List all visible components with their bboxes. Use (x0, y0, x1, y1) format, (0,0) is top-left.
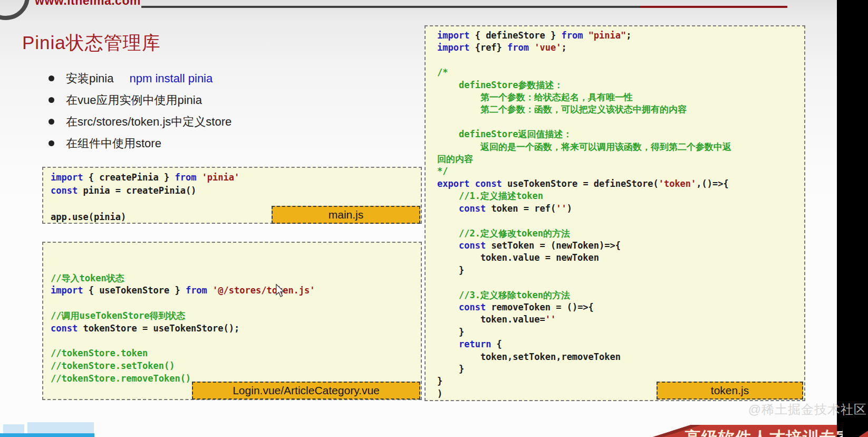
file-label-text: Login.vue/ArticleCategory.vue (233, 384, 380, 397)
bullet-define-store: 在src/stores/token.js中定义store (49, 114, 232, 130)
file-label-token-js: token.js (657, 382, 803, 400)
bullet-use-store: 在组件中使用store (49, 136, 161, 151)
file-label-text: token.js (711, 384, 749, 397)
bullet-command: npm install pinia (129, 72, 213, 85)
file-label-text: main.js (329, 208, 364, 221)
code-block-component: //导入token状态import { useTokenStore } from… (42, 242, 422, 400)
site-url: www.itheima.com (35, 0, 141, 8)
watermark: @稀土掘金技术社区 (748, 401, 867, 418)
bullet-use-pinia: 在vue应用实例中使用pinia (49, 92, 202, 108)
bullet-dot-icon (49, 75, 54, 81)
header-rule-gray (141, 6, 640, 8)
bullet-dot-icon (49, 97, 54, 103)
file-label-component: Login.vue/ArticleCategory.vue (192, 382, 420, 400)
mouse-cursor-icon (275, 284, 285, 300)
bullet-dot-icon (49, 140, 54, 146)
code-content: //导入token状态import { useTokenStore } from… (43, 243, 421, 385)
bullet-label: 在src/stores/token.js中定义store (66, 115, 232, 128)
taskbar-strip (0, 433, 94, 437)
page-title: Pinia状态管理库 (22, 31, 161, 55)
bullet-dot-icon (49, 119, 54, 125)
bullet-label: 在vue应用实例中使用pinia (66, 93, 202, 107)
slide: www.itheima.com Pinia状态管理库 安装pinianpm in… (0, 0, 868, 437)
file-label-main-js: main.js (272, 206, 420, 224)
code-block-token-js: import { defineStore } from "pinia";impo… (425, 25, 805, 401)
letterbox-strip (837, 0, 868, 437)
bullet-label: 安装pinia (66, 72, 113, 85)
banner-slogan: 高级软件人才培训专家 (684, 427, 843, 437)
itheima-logo-icon (0, 0, 30, 20)
header-rule-red (640, 6, 787, 8)
code-content: import { defineStore } from "pinia";impo… (426, 26, 804, 400)
bullet-install-pinia: 安装pinianpm install pinia (49, 71, 213, 87)
bullet-label: 在组件中使用store (66, 137, 161, 150)
